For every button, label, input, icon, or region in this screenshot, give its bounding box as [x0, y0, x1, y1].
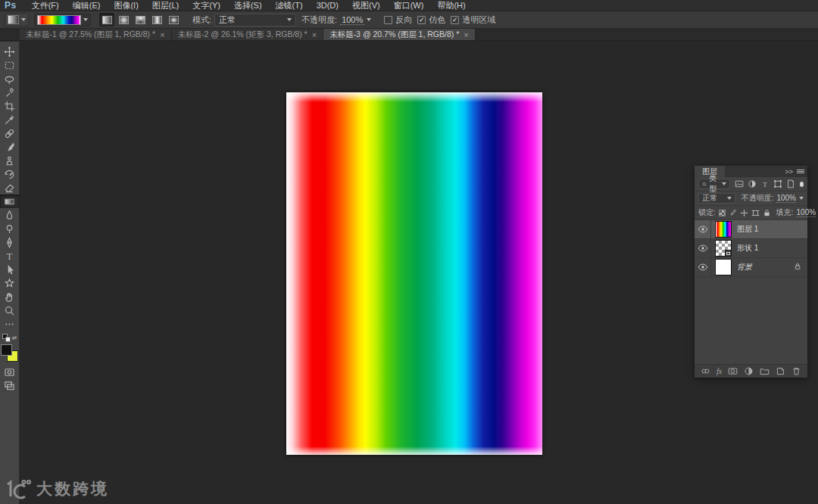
document-canvas[interactable]: [286, 92, 542, 455]
screen-mode-button[interactable]: [0, 378, 20, 392]
spot-healing-brush-tool[interactable]: [0, 126, 20, 140]
foreground-color-swatch[interactable]: [1, 344, 12, 356]
reverse-checkbox[interactable]: [384, 16, 392, 24]
visibility-toggle[interactable]: [695, 258, 711, 276]
blend-mode-select[interactable]: 正常: [214, 14, 296, 26]
visibility-toggle[interactable]: [695, 239, 711, 257]
custom-shape-tool[interactable]: [0, 276, 20, 290]
eyedropper-tool[interactable]: [0, 113, 20, 126]
chevron-down-icon: [21, 18, 26, 21]
panel-menu-icon[interactable]: [797, 170, 804, 173]
delete-layer-trash-icon[interactable]: [791, 366, 801, 376]
lock-image-pixels-icon[interactable]: [729, 209, 737, 217]
adjustment-layer-icon[interactable]: [744, 366, 754, 376]
rectangular-marquee-tool[interactable]: [0, 58, 20, 72]
menu-filter[interactable]: 滤镜(T): [269, 0, 310, 11]
history-brush-tool[interactable]: [0, 167, 20, 181]
zoom-tool[interactable]: [0, 303, 20, 317]
clone-stamp-tool[interactable]: [0, 154, 20, 167]
close-icon[interactable]: ×: [312, 30, 317, 39]
link-layers-icon[interactable]: [701, 366, 710, 376]
menu-view[interactable]: 视图(V): [345, 0, 387, 11]
menu-file[interactable]: 文件(F): [25, 0, 66, 11]
document-tab-2[interactable]: 未标题-2 @ 26.1% (矩形 3, RGB/8) * ×: [172, 29, 324, 40]
filter-shape-layers-icon[interactable]: [773, 179, 782, 188]
diamond-gradient-button[interactable]: [166, 13, 181, 26]
path-selection-tool[interactable]: [0, 263, 20, 276]
gradient-preview-picker[interactable]: [34, 14, 91, 26]
menu-image[interactable]: 图像(I): [107, 0, 145, 11]
more-tools-button[interactable]: [0, 317, 20, 331]
layer-filter-select[interactable]: 类型: [698, 179, 730, 189]
layer-row-3[interactable]: 背景: [695, 258, 807, 277]
layer-style-icon[interactable]: fx: [717, 367, 722, 375]
close-icon[interactable]: ×: [464, 30, 468, 39]
menu-type[interactable]: 文字(Y): [186, 0, 227, 11]
eraser-tool[interactable]: [0, 181, 20, 194]
move-tool[interactable]: [0, 45, 20, 58]
linear-gradient-button[interactable]: [99, 13, 114, 26]
filter-type-layers-icon[interactable]: T: [760, 179, 770, 188]
blur-tool[interactable]: [0, 208, 20, 222]
dither-checkbox[interactable]: [417, 16, 426, 24]
reflected-gradient-button[interactable]: [149, 13, 164, 26]
hand-tool[interactable]: [0, 290, 20, 303]
layer-row-1[interactable]: 图层 1: [695, 220, 807, 239]
layer-thumbnail[interactable]: [715, 221, 732, 238]
chevron-down-icon: [727, 197, 732, 200]
filter-toggle-icon[interactable]: [800, 182, 804, 187]
angle-gradient-button[interactable]: [133, 13, 148, 26]
marquee-icon: [4, 60, 15, 71]
menu-select[interactable]: 选择(S): [227, 0, 269, 11]
lock-artboard-icon[interactable]: [751, 209, 760, 217]
default-colors-icon[interactable]: [2, 334, 11, 342]
document-tab-1[interactable]: 未标题-1 @ 27.5% (图层 1, RGB/8) * ×: [20, 29, 172, 40]
filter-adjustment-layers-icon[interactable]: [748, 179, 757, 188]
layer-name[interactable]: 图层 1: [737, 224, 758, 235]
filter-pixel-layers-icon[interactable]: [735, 179, 744, 188]
lock-position-icon[interactable]: [740, 209, 748, 217]
dodge-tool[interactable]: [0, 222, 20, 235]
tool-options-bar: 模式: 正常 不透明度: 100% 反向 仿色 透明区域: [0, 11, 818, 29]
menu-help[interactable]: 帮助(H): [430, 0, 472, 11]
radial-gradient-button[interactable]: [116, 13, 131, 26]
lock-transparent-pixels-icon[interactable]: [719, 210, 726, 216]
menu-window[interactable]: 窗口(W): [387, 0, 431, 11]
crop-tool[interactable]: [0, 99, 20, 113]
new-layer-icon[interactable]: [776, 366, 785, 376]
swap-colors-icon[interactable]: ⇄: [12, 334, 17, 341]
menu-edit[interactable]: 编辑(E): [66, 0, 108, 11]
layers-panel: 图层 >> 类型 T: [695, 166, 807, 378]
collapse-panel-icon[interactable]: >>: [785, 168, 793, 176]
opacity-field[interactable]: 100%: [340, 15, 371, 25]
layer-thumbnail[interactable]: [715, 240, 732, 257]
filter-smart-objects-icon[interactable]: [786, 179, 795, 188]
layer-blend-mode-select[interactable]: 正常: [698, 193, 735, 204]
visibility-toggle[interactable]: [695, 220, 711, 238]
add-layer-mask-icon[interactable]: [728, 366, 738, 376]
watermark-brand-text: 大数跨境: [36, 478, 109, 499]
menu-layer[interactable]: 图层(L): [145, 0, 186, 11]
layer-name[interactable]: 形状 1: [737, 243, 758, 254]
magic-wand-tool[interactable]: [0, 86, 20, 99]
lasso-tool[interactable]: [0, 72, 20, 86]
type-tool[interactable]: T: [0, 249, 20, 263]
color-swatches: [1, 344, 18, 362]
close-icon[interactable]: ×: [160, 30, 164, 39]
new-group-folder-icon[interactable]: [760, 366, 770, 376]
quick-mask-button[interactable]: [0, 365, 20, 378]
layer-row-2[interactable]: 形状 1: [695, 239, 807, 258]
document-tab-3[interactable]: 未标题-3 @ 20.7% (图层 1, RGB/8) * ×: [323, 29, 476, 40]
layer-thumbnail[interactable]: [715, 259, 732, 275]
fill-value[interactable]: 100%: [797, 208, 816, 217]
brush-tool[interactable]: [0, 140, 20, 154]
menu-3d[interactable]: 3D(D): [310, 0, 345, 11]
lock-all-icon[interactable]: [763, 209, 771, 217]
search-icon: [702, 181, 707, 188]
pen-tool[interactable]: [0, 235, 20, 249]
layer-name[interactable]: 背景: [737, 262, 752, 272]
tool-preset-picker[interactable]: [5, 13, 29, 26]
transparency-checkbox[interactable]: [451, 16, 459, 24]
gradient-tool[interactable]: [0, 194, 20, 208]
layer-opacity-value[interactable]: 100%: [776, 194, 796, 203]
